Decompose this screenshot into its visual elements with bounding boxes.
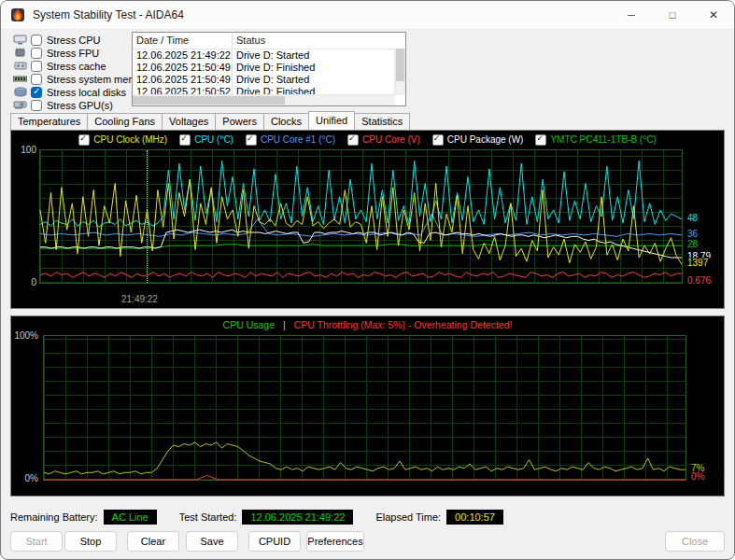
minimize-icon: ─ (628, 9, 635, 21)
log-cell-status: Drive D: Started (233, 49, 405, 62)
aida64-app-icon (10, 7, 25, 22)
stress-row-fpu: Stress FPU (12, 47, 151, 59)
legend-label: CPU Core (V) (362, 134, 420, 145)
log-horizontal-scrollbar[interactable] (133, 94, 395, 105)
test-started-label: Test Started: (179, 511, 237, 523)
unified-sensor-chart: CPU Clock (MHz) CPU (°C) CPU Core #1 (°C… (10, 130, 725, 309)
cpu-usage-chart: CPU Usage | CPU Throttling (Max: 5%) - O… (10, 315, 725, 497)
log-vscroll-thumb[interactable] (396, 49, 404, 81)
stress-disks-checkbox[interactable] (31, 87, 42, 98)
legend-label: CPU Clock (MHz) (93, 134, 167, 145)
log-cell-status: Drive D: Finished (233, 62, 405, 74)
legend-checkbox-ssd-temp[interactable] (535, 134, 546, 146)
cpuid-button[interactable]: CPUID (248, 531, 301, 552)
legend-checkbox-cpu-core-voltage[interactable] (347, 134, 359, 146)
log-row[interactable]: 12.06.2025 21:49:22 Drive D: Started (133, 49, 405, 62)
cpu-usage-title: CPU Usage (223, 319, 275, 330)
minimize-button[interactable]: ─ (611, 1, 652, 29)
legend-item-ssd-temp: YMTC PC411-1TB-B (°C) (535, 134, 656, 146)
event-log-list[interactable]: Date / Time Status 12.06.2025 21:49:22 D… (132, 32, 406, 106)
close-window-button[interactable]: ✕ (693, 1, 734, 29)
legend-item-cpu-core-voltage: CPU Core (V) (347, 134, 420, 146)
legend-item-cpu-clock: CPU Clock (MHz) (78, 134, 167, 146)
log-col-datetime[interactable]: Date / Time (133, 33, 233, 49)
preferences-button[interactable]: Preferences (306, 531, 364, 552)
app-window: System Stability Test - AIDA64 ─ □ ✕ Str… (0, 0, 735, 560)
test-started-value: 12.06.2025 21:49:22 (242, 510, 353, 525)
clear-button[interactable]: Clear (127, 531, 179, 552)
tab-clocks[interactable]: Clocks (263, 113, 309, 131)
tab-temperatures[interactable]: Temperatures (10, 113, 88, 131)
legend-label: YMTC PC411-1TB-B (°C) (550, 134, 656, 145)
log-vertical-scrollbar[interactable] (394, 49, 405, 95)
stress-row-disks: Stress local disks (12, 86, 151, 98)
log-row[interactable]: 12.06.2025 21:50:49 Drive D: Finished (133, 62, 405, 74)
log-row[interactable]: 12.06.2025 21:50:49 Drive D: Started (133, 74, 405, 86)
log-header: Date / Time Status (133, 33, 405, 49)
stress-gpu-checkbox[interactable] (31, 100, 42, 111)
legend-checkbox-cpu-package[interactable] (432, 134, 444, 146)
usage-plot-area: 7%0% (43, 335, 686, 481)
window-title: System Stability Test - AIDA64 (33, 8, 184, 21)
legend-label: CPU Core #1 (°C) (261, 134, 335, 145)
y-axis-min-label: 0 (12, 277, 36, 287)
title-separator: | (283, 319, 286, 330)
stress-memory-checkbox[interactable] (31, 74, 42, 85)
stress-cache-checkbox[interactable] (31, 61, 42, 72)
save-button[interactable]: Save (186, 531, 238, 552)
y-axis-max-label: 100% (14, 330, 38, 341)
series-value-badge: 0% (688, 472, 707, 483)
stress-cpu-checkbox[interactable] (31, 35, 42, 46)
start-button[interactable]: Start (10, 531, 63, 552)
cache-icon (12, 61, 28, 72)
series-value-badge: 1397 (685, 259, 711, 270)
legend-checkbox-cpu-clock[interactable] (78, 134, 90, 146)
legend-checkbox-cpu-temp[interactable] (179, 134, 191, 146)
y-axis-max-label: 100 (12, 145, 36, 155)
tab-voltages[interactable]: Voltages (162, 113, 216, 131)
log-cell-datetime: 12.06.2025 21:50:49 (133, 62, 233, 74)
stress-row-cache: Stress cache (12, 60, 151, 72)
battery-value: AC Line (104, 510, 157, 525)
close-button[interactable]: Close (665, 531, 725, 552)
legend-label: CPU Package (W) (447, 134, 524, 145)
elapsed-time-label: Elapsed Time: (375, 511, 441, 523)
disk-icon (12, 87, 28, 98)
y-axis-min-label: 0% (14, 473, 38, 483)
stress-row-cpu: Stress CPU (12, 34, 151, 46)
tab-unified[interactable]: Unified (308, 111, 355, 131)
stress-options-panel: Stress CPU Stress FPU Stress cache Stres… (12, 34, 151, 112)
legend-item-cpu-temp: CPU (°C) (179, 134, 233, 146)
x-axis-time-label: 21:49:22 (121, 294, 158, 304)
tab-powers[interactable]: Powers (215, 113, 264, 131)
maximize-icon: □ (670, 9, 676, 21)
log-cell-datetime: 12.06.2025 21:50:49 (133, 74, 233, 86)
stress-cache-label: Stress cache (47, 61, 106, 72)
maximize-button[interactable]: □ (652, 1, 693, 29)
stress-cpu-label: Stress CPU (47, 35, 100, 46)
memory-icon (12, 74, 28, 85)
sensor-plot-area: 48362818.7913970.676 (39, 149, 683, 284)
fpu-icon (12, 48, 28, 59)
stress-row-memory: Stress system memory (12, 73, 151, 85)
battery-label: Remaining Battery: (10, 511, 98, 523)
elapsed-time-value: 00:10:57 (446, 510, 503, 525)
tab-statistics[interactable]: Statistics (354, 113, 410, 131)
log-col-status[interactable]: Status (233, 33, 405, 49)
log-cell-status: Drive D: Started (233, 74, 405, 86)
stop-button[interactable]: Stop (64, 531, 117, 552)
tab-cooling-fans[interactable]: Cooling Fans (87, 113, 163, 131)
legend-label: CPU (°C) (194, 134, 233, 145)
log-hscroll-thumb[interactable] (133, 96, 285, 105)
stress-fpu-label: Stress FPU (47, 48, 99, 59)
stress-gpu-label: Stress GPU(s) (47, 100, 113, 111)
close-icon: ✕ (709, 8, 718, 21)
legend-checkbox-cpu-core1[interactable] (246, 134, 257, 146)
gpu-icon (12, 100, 28, 111)
stress-fpu-checkbox[interactable] (31, 48, 42, 59)
button-row: Start Stop Clear Save CPUID Preferences … (10, 531, 725, 552)
series-value-badge: 36 (685, 229, 700, 240)
stress-disks-label: Stress local disks (47, 87, 126, 98)
usage-chart-title: CPU Usage | CPU Throttling (Max: 5%) - O… (11, 319, 724, 330)
titlebar: System Stability Test - AIDA64 ─ □ ✕ (1, 1, 734, 30)
